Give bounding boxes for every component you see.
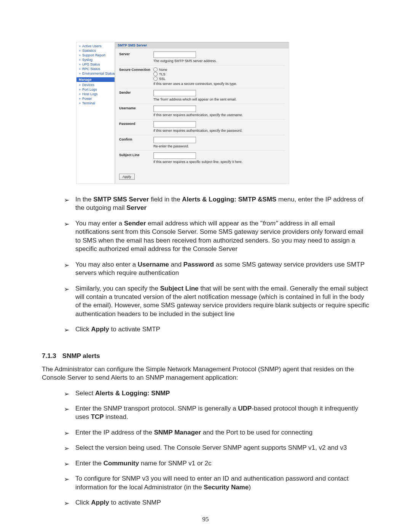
label-password: Password bbox=[119, 121, 153, 126]
triangle-bullet-icon: ➢ bbox=[64, 460, 69, 468]
radio-tls-label: TLS bbox=[159, 72, 166, 76]
nav-active-users[interactable]: Active Users bbox=[76, 44, 115, 48]
label-username: Username bbox=[119, 105, 153, 110]
hint-username: If this server requires authentication, … bbox=[153, 113, 285, 117]
input-confirm[interactable] bbox=[153, 137, 196, 143]
label-secure-connection: Secure Connection bbox=[119, 67, 153, 72]
hint-confirm: Re-enter the password. bbox=[153, 144, 285, 148]
snmp-intro-paragraph: The Administrator can configure the Simp… bbox=[42, 365, 369, 382]
label-server: Server bbox=[119, 51, 153, 56]
row-server: Server The outgoing SMTP SMS server addr… bbox=[119, 50, 285, 66]
list-text: In the SMTP SMS Server field in the Aler… bbox=[75, 196, 363, 211]
list-text: Similarly, you can specify the Subject L… bbox=[75, 285, 369, 318]
row-confirm: Confirm Re-enter the password. bbox=[119, 135, 285, 151]
list-item: ➢To configure for SNMP v3 you will need … bbox=[64, 474, 369, 498]
list-item: ➢Select Alerts & Logging: SNMP bbox=[64, 389, 369, 404]
nav-ups-status[interactable]: UPS Status bbox=[76, 62, 115, 67]
panel-title: SMTP SMS Server bbox=[115, 42, 289, 48]
list-text: Enter the Community name for SNMP v1 or … bbox=[75, 460, 212, 467]
hint-sender: The 'from' address which will appear on … bbox=[153, 97, 285, 101]
label-sender: Sender bbox=[119, 90, 153, 94]
radio-tls[interactable]: TLS bbox=[153, 72, 285, 76]
triangle-bullet-icon: ➢ bbox=[64, 444, 69, 453]
hint-secure-connection: If this server uses a secure connection,… bbox=[153, 82, 285, 86]
radio-none[interactable]: None bbox=[153, 67, 285, 72]
sidebar: Active Users Statistics Support Report S… bbox=[76, 42, 115, 184]
triangle-bullet-icon: ➢ bbox=[64, 390, 69, 398]
smtp-sms-server-screenshot: Active Users Statistics Support Report S… bbox=[76, 42, 289, 184]
list-text: Click Apply to activate SNMP bbox=[75, 499, 161, 506]
row-subject-line: Subject Line If this server requires a s… bbox=[119, 151, 285, 166]
label-subject-line: Subject Line bbox=[119, 152, 153, 157]
list-item: ➢Enter the Community name for SNMP v1 or… bbox=[64, 459, 369, 474]
input-sender[interactable] bbox=[153, 90, 196, 96]
row-username: Username If this server requires authent… bbox=[119, 104, 285, 120]
radio-ssl-label: SSL bbox=[159, 77, 166, 81]
list-text: Enter the SNMP transport protocol. SNMP … bbox=[75, 405, 358, 420]
triangle-bullet-icon: ➢ bbox=[64, 285, 69, 294]
list-item: ➢You may also enter a Username and Passw… bbox=[64, 260, 369, 284]
list-text: Select Alerts & Logging: SNMP bbox=[75, 390, 170, 397]
list-item: ➢Enter the IP address of the SNMP Manage… bbox=[64, 428, 369, 444]
radio-dot-icon bbox=[153, 72, 158, 76]
input-server[interactable] bbox=[153, 51, 196, 58]
list-item: ➢Select the version being used. The Cons… bbox=[64, 444, 369, 459]
input-password[interactable] bbox=[153, 121, 196, 128]
list-text: You may also enter a Username and Passwo… bbox=[75, 261, 365, 276]
row-sender: Sender The 'from' address which will app… bbox=[119, 88, 285, 104]
hint-server: The outgoing SMTP SMS server address. bbox=[153, 59, 285, 63]
nav-power[interactable]: Power bbox=[76, 96, 115, 101]
subheading-snmp-alerts: 7.1.3SNMP alerts bbox=[42, 352, 369, 360]
triangle-bullet-icon: ➢ bbox=[64, 475, 69, 484]
apply-button[interactable]: Apply bbox=[119, 174, 135, 180]
list-item: ➢Similarly, you can specify the Subject … bbox=[64, 284, 369, 326]
subheading-number: 7.1.3 bbox=[42, 352, 56, 359]
page-number: 95 bbox=[0, 516, 411, 523]
hint-password: If this server requires authentication, … bbox=[153, 129, 285, 133]
list-text: Click Apply to activate SMTP bbox=[75, 326, 160, 333]
list-text: To configure for SNMP v3 you will need t… bbox=[75, 475, 349, 490]
nav-terminal[interactable]: Terminal bbox=[76, 101, 115, 105]
list-item: ➢You may enter a Sender email address wh… bbox=[64, 219, 369, 260]
triangle-bullet-icon: ➢ bbox=[64, 220, 69, 228]
triangle-bullet-icon: ➢ bbox=[64, 499, 69, 508]
radio-dot-icon bbox=[153, 77, 158, 81]
list-item: ➢Click Apply to activate SNMP bbox=[64, 498, 369, 514]
nav-support-report[interactable]: Support Report bbox=[76, 53, 115, 58]
snmp-bullet-list: ➢Select Alerts & Logging: SNMP ➢Enter th… bbox=[42, 389, 369, 514]
list-item: ➢Enter the SNMP transport protocol. SNMP… bbox=[64, 404, 369, 428]
triangle-bullet-icon: ➢ bbox=[64, 429, 69, 438]
list-text: You may enter a Sender email address whi… bbox=[75, 220, 363, 252]
row-password: Password If this server requires authent… bbox=[119, 120, 285, 135]
list-item: ➢Click Apply to activate SMTP bbox=[64, 325, 369, 340]
nav-port-logs[interactable]: Port Logs bbox=[76, 87, 115, 92]
triangle-bullet-icon: ➢ bbox=[64, 326, 69, 334]
radio-none-label: None bbox=[159, 68, 167, 72]
input-username[interactable] bbox=[153, 105, 196, 112]
label-confirm: Confirm bbox=[119, 137, 153, 141]
nav-devices[interactable]: Devices bbox=[76, 83, 115, 87]
nav-host-logs[interactable]: Host Logs bbox=[76, 92, 115, 96]
list-text: Select the version being used. The Conso… bbox=[75, 444, 347, 451]
nav-syslog[interactable]: Syslog bbox=[76, 58, 115, 62]
radio-ssl[interactable]: SSL bbox=[153, 77, 285, 81]
radio-dot-icon bbox=[153, 67, 158, 72]
sidebar-section-manage: Manage bbox=[76, 77, 115, 82]
smtp-bullet-list: ➢In the SMTP SMS Server field in the Ale… bbox=[42, 195, 369, 341]
list-text: Enter the IP address of the SNMP Manager… bbox=[75, 429, 312, 436]
subheading-text: SNMP alerts bbox=[62, 352, 100, 359]
input-subject-line[interactable] bbox=[153, 152, 196, 159]
nav-rpc-status[interactable]: RPC Status bbox=[76, 67, 115, 71]
main-panel: SMTP SMS Server Server The outgoing SMTP… bbox=[115, 42, 289, 184]
triangle-bullet-icon: ➢ bbox=[64, 196, 69, 204]
row-secure-connection: Secure Connection None TLS SSL If this s… bbox=[119, 66, 285, 88]
triangle-bullet-icon: ➢ bbox=[64, 261, 69, 270]
list-item: ➢In the SMTP SMS Server field in the Ale… bbox=[64, 195, 369, 219]
triangle-bullet-icon: ➢ bbox=[64, 405, 69, 414]
hint-subject-line: If this server requires a specific subje… bbox=[153, 160, 285, 164]
nav-statistics[interactable]: Statistics bbox=[76, 48, 115, 53]
nav-environmental-status[interactable]: Environmental Status bbox=[76, 71, 115, 76]
